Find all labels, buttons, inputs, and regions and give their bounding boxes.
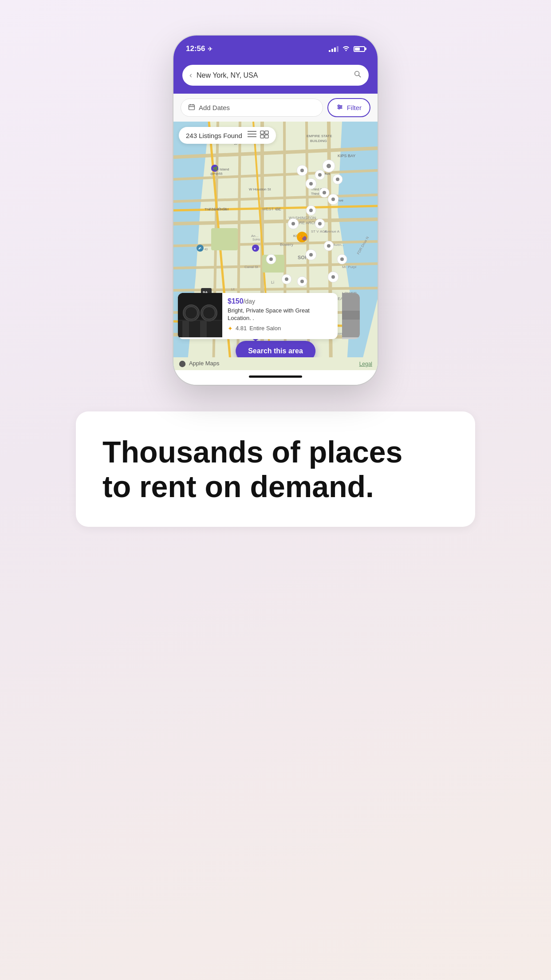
back-arrow-icon[interactable]: ‹ bbox=[189, 71, 192, 80]
svg-point-97 bbox=[309, 253, 313, 257]
signal-icon bbox=[329, 46, 338, 52]
svg-text:Canal St: Canal St bbox=[244, 265, 258, 269]
bottom-text-section: Thousands of places to rent on demand. bbox=[76, 411, 475, 527]
home-indicator-area bbox=[173, 370, 378, 385]
rating-icon: ✦ bbox=[228, 325, 233, 332]
map-footer: Apple Maps Legal bbox=[173, 357, 378, 370]
listing-title: Bright, Private Space with Great Locatio… bbox=[228, 307, 332, 322]
svg-rect-119 bbox=[265, 131, 268, 134]
svg-rect-132 bbox=[342, 311, 360, 320]
svg-rect-118 bbox=[260, 131, 264, 134]
svg-point-9 bbox=[338, 105, 339, 106]
svg-text:GE: GE bbox=[276, 207, 281, 211]
home-indicator bbox=[249, 375, 302, 378]
listing-info: $150/day Bright, Private Space with Grea… bbox=[222, 293, 338, 339]
status-time: 12:56 ✈ bbox=[186, 44, 213, 53]
phone-device: 12:56 ✈ ‹ New York, NY, USA bbox=[173, 36, 378, 385]
search-area-header: ‹ New York, NY, USA bbox=[173, 60, 378, 94]
search-magnify-icon[interactable] bbox=[354, 70, 362, 80]
svg-text:Li: Li bbox=[271, 280, 274, 285]
svg-point-87 bbox=[331, 198, 335, 201]
wifi-icon bbox=[342, 45, 350, 53]
svg-point-127 bbox=[203, 307, 215, 319]
svg-point-95 bbox=[327, 244, 331, 248]
svg-text:EMPIRE STATE: EMPIRE STATE bbox=[307, 134, 332, 138]
listing-cards-container: $150/day Bright, Private Space with Grea… bbox=[173, 293, 378, 339]
svg-rect-121 bbox=[265, 135, 268, 138]
filter-label: Filter bbox=[347, 104, 362, 111]
svg-point-101 bbox=[340, 257, 344, 261]
svg-line-1 bbox=[358, 75, 361, 77]
search-location-text: New York, NY, USA bbox=[197, 71, 349, 79]
svg-point-125 bbox=[185, 307, 197, 319]
time-display: 12:56 bbox=[186, 44, 205, 53]
svg-point-105 bbox=[285, 277, 288, 281]
listing-card[interactable]: $150/day Bright, Private Space with Grea… bbox=[178, 293, 338, 339]
status-bar: 12:56 ✈ bbox=[173, 36, 378, 60]
svg-rect-129 bbox=[200, 321, 207, 337]
legal-link[interactable]: Legal bbox=[359, 361, 372, 367]
battery-icon bbox=[354, 46, 365, 52]
svg-text:🌊: 🌊 bbox=[198, 247, 202, 251]
svg-text:@Pier55: @Pier55 bbox=[210, 172, 222, 175]
listing-image bbox=[178, 293, 222, 337]
svg-rect-120 bbox=[260, 135, 264, 138]
svg-point-79 bbox=[318, 173, 322, 177]
svg-text:Bowery: Bowery bbox=[280, 242, 294, 247]
svg-rect-2 bbox=[189, 105, 195, 110]
listings-count-bar: 243 Listings Found bbox=[179, 127, 276, 144]
svg-point-85 bbox=[323, 191, 326, 194]
svg-text:●: ● bbox=[254, 247, 256, 251]
svg-point-77 bbox=[300, 169, 304, 172]
headline-text: Thousands of places to rent on demand. bbox=[102, 435, 449, 504]
svg-rect-128 bbox=[182, 321, 189, 337]
svg-text:BUILDING: BUILDING bbox=[310, 139, 327, 143]
svg-text:SoHo: SoHo bbox=[252, 238, 260, 241]
listing-price: $150/day bbox=[228, 297, 332, 305]
svg-point-83 bbox=[309, 182, 313, 186]
svg-text:Aven...: Aven... bbox=[333, 243, 344, 247]
listings-count-text: 243 Listings Found bbox=[186, 132, 242, 139]
status-icons bbox=[329, 45, 365, 53]
svg-point-91 bbox=[318, 222, 322, 225]
svg-text:An...: An... bbox=[251, 234, 258, 238]
svg-text:W Houston St: W Houston St bbox=[249, 187, 271, 191]
listing-type-label: Entire Salon bbox=[249, 325, 281, 332]
svg-point-75 bbox=[327, 164, 331, 168]
calendar-icon bbox=[188, 103, 195, 112]
location-arrow-icon: ✈ bbox=[208, 46, 213, 52]
svg-point-93 bbox=[291, 222, 295, 225]
apple-maps-logo: Apple Maps bbox=[179, 360, 220, 368]
listing-card-peek bbox=[342, 293, 360, 339]
map-area[interactable]: Technology EMPIRE STATE BUILDING KIPS BA… bbox=[173, 122, 378, 370]
svg-text:The Jane Hotel: The Jane Hotel bbox=[205, 207, 228, 211]
svg-text:KIPS BAY: KIPS BAY bbox=[338, 154, 355, 158]
svg-point-81 bbox=[336, 178, 339, 181]
svg-text:AGE: AGE bbox=[320, 229, 327, 233]
svg-point-0 bbox=[355, 71, 359, 76]
svg-point-99 bbox=[269, 257, 273, 261]
svg-text:Mr. Purpl: Mr. Purpl bbox=[342, 265, 356, 269]
svg-rect-28 bbox=[211, 228, 238, 250]
svg-point-103 bbox=[331, 275, 335, 279]
list-view-icon[interactable] bbox=[248, 130, 256, 140]
grid-view-icon[interactable] bbox=[260, 130, 269, 140]
rating-value: 4.81 bbox=[236, 325, 247, 332]
listing-meta: ✦ 4.81 Entire Salon bbox=[228, 325, 332, 332]
add-dates-label: Add Dates bbox=[199, 104, 230, 111]
svg-point-89 bbox=[309, 209, 313, 212]
add-dates-button[interactable]: Add Dates bbox=[181, 99, 323, 117]
svg-point-10 bbox=[340, 106, 341, 107]
svg-text:Lit: Lit bbox=[231, 288, 234, 291]
view-toggle-icons[interactable] bbox=[248, 130, 269, 140]
search-bar[interactable]: ‹ New York, NY, USA bbox=[182, 65, 369, 86]
svg-point-107 bbox=[300, 280, 304, 283]
filter-sliders-icon bbox=[336, 103, 343, 112]
svg-point-133 bbox=[179, 361, 185, 367]
filter-button[interactable]: Filter bbox=[327, 98, 370, 117]
svg-text:🌿: 🌿 bbox=[213, 166, 218, 171]
svg-text:ST V: ST V bbox=[311, 229, 319, 233]
filter-row: Add Dates Filter bbox=[173, 94, 378, 122]
svg-point-11 bbox=[338, 108, 339, 109]
